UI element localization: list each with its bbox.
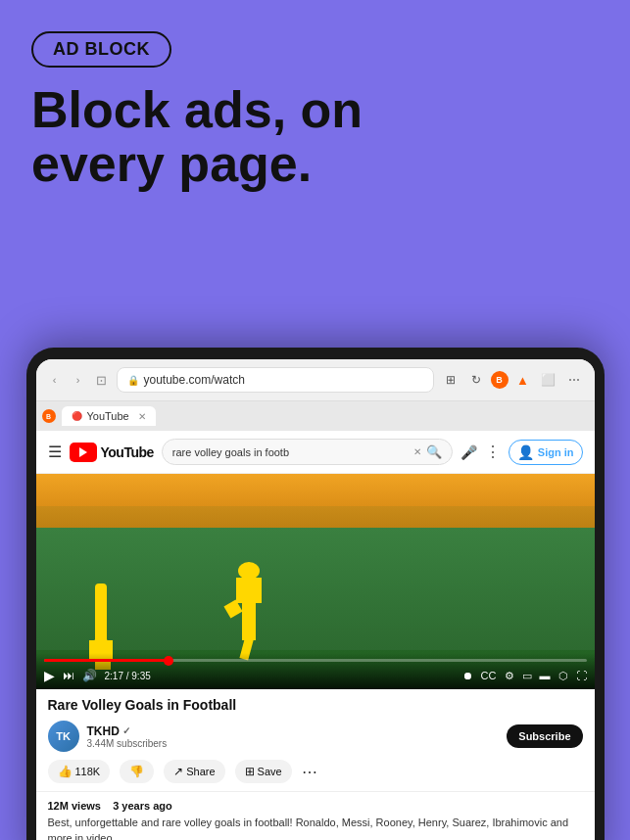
tab-close-icon[interactable]: ✕ bbox=[138, 411, 146, 422]
browser-topbar: ‹ › ⊡ 🔒 youtube.com/watch ⊞ ↻ B ▲ ⬜ ⋯ bbox=[36, 359, 595, 401]
subscriber-count: 3.44M subscribers bbox=[87, 738, 500, 749]
play-button[interactable]: ▶ bbox=[44, 668, 55, 683]
dislike-icon: 👎 bbox=[129, 765, 144, 778]
address-text: youtube.com/watch bbox=[144, 373, 245, 387]
refresh-icon[interactable]: ↻ bbox=[465, 369, 487, 391]
youtube-page: ☰ YouTube rare volley goals in footb ✕ 🔍… bbox=[36, 431, 595, 840]
airplay-btn[interactable]: ⬡ bbox=[558, 670, 568, 682]
dislike-button[interactable]: 👎 bbox=[120, 760, 154, 783]
like-count: 118K bbox=[75, 766, 101, 777]
next-button[interactable]: ⏭ bbox=[63, 669, 74, 682]
settings-btn[interactable]: ⚙ bbox=[505, 670, 514, 682]
save-button[interactable]: ⊞ Save bbox=[235, 760, 292, 783]
volume-button[interactable]: 🔊 bbox=[82, 669, 97, 682]
video-controls: ▶ ⏭ 🔊 2:17 / 9:35 ⏺ CC ⚙ ▭ ▬ ⬡ ⛶ bbox=[36, 653, 595, 689]
more-menu-icon[interactable]: ⋯ bbox=[563, 369, 585, 391]
progress-dot bbox=[164, 656, 173, 666]
yt-sign-in-button[interactable]: 👤 Sign in bbox=[509, 440, 583, 465]
tab-label: YouTube bbox=[87, 410, 129, 422]
ad-block-badge: AD BLOCK bbox=[31, 31, 171, 68]
verified-badge: ✓ bbox=[122, 725, 130, 736]
yt-account-icon: 👤 bbox=[517, 444, 534, 460]
more-actions-button[interactable]: ⋯ bbox=[302, 763, 317, 781]
like-button[interactable]: 👍 118K bbox=[48, 760, 111, 783]
theater-btn[interactable]: ▬ bbox=[540, 670, 551, 681]
tab-favicon: 🔴 bbox=[72, 411, 82, 421]
yt-more-icon[interactable]: ⋮ bbox=[485, 443, 501, 461]
device-frame: ‹ › ⊡ 🔒 youtube.com/watch ⊞ ↻ B ▲ ⬜ ⋯ B … bbox=[26, 348, 605, 840]
top-section: AD BLOCK Block ads, on every page. bbox=[0, 0, 630, 190]
action-buttons: 👍 118K 👎 ↗ Share ⊞ Save ⋯ bbox=[48, 760, 583, 783]
channel-name: TKHD ✓ bbox=[87, 724, 500, 738]
yt-header: ☰ YouTube rare volley goals in footb ✕ 🔍… bbox=[36, 431, 595, 474]
yt-search-icon[interactable]: 🔍 bbox=[426, 444, 442, 459]
headline-line2: every page. bbox=[31, 135, 312, 192]
nav-reload[interactable]: ⊡ bbox=[93, 371, 111, 389]
yt-logo-text: YouTube bbox=[101, 444, 154, 460]
ad-block-label: AD BLOCK bbox=[53, 39, 150, 60]
yt-logo[interactable]: YouTube bbox=[70, 443, 154, 462]
progress-fill bbox=[44, 659, 169, 662]
time-display: 2:17 / 9:35 bbox=[105, 671, 151, 681]
channel-info: TKHD ✓ 3.44M subscribers bbox=[87, 724, 500, 749]
channel-row: TK TKHD ✓ 3.44M subscribers Subscribe bbox=[48, 721, 583, 752]
desc-text: Best, unforgettable and rare volley goal… bbox=[48, 816, 583, 840]
share-label: Share bbox=[186, 766, 215, 777]
desc-meta: 12M views 3 years ago bbox=[48, 800, 583, 812]
headline-line1: Block ads, on bbox=[31, 81, 363, 138]
save-icon: ⊞ bbox=[245, 765, 255, 778]
browser-chrome: ‹ › ⊡ 🔒 youtube.com/watch ⊞ ↻ B ▲ ⬜ ⋯ B … bbox=[36, 359, 595, 840]
captions-btn[interactable]: CC bbox=[481, 670, 497, 681]
active-tab[interactable]: 🔴 YouTube ✕ bbox=[62, 406, 156, 426]
yt-menu-icon[interactable]: ☰ bbox=[48, 443, 62, 461]
tab-bar: B 🔴 YouTube ✕ bbox=[36, 401, 595, 431]
description-section: 12M views 3 years ago Best, unforgettabl… bbox=[36, 791, 595, 840]
share-button[interactable]: ↗ Share bbox=[164, 760, 224, 783]
like-icon: 👍 bbox=[58, 765, 73, 778]
subscribe-button[interactable]: Subscribe bbox=[507, 724, 582, 748]
yt-mic-icon[interactable]: 🎤 bbox=[460, 444, 477, 460]
yt-sign-in-label: Sign in bbox=[538, 446, 574, 458]
browser-actions: ⊞ ↻ B ▲ ⬜ ⋯ bbox=[440, 369, 585, 391]
progress-bar[interactable] bbox=[44, 659, 587, 662]
autoplay-btn[interactable]: ⏺ bbox=[462, 670, 473, 681]
nav-back[interactable]: ‹ bbox=[46, 371, 64, 389]
grid-icon[interactable]: ⊞ bbox=[440, 369, 461, 391]
miniplayer-btn[interactable]: ▭ bbox=[522, 670, 532, 682]
fullscreen-btn[interactable]: ⛶ bbox=[576, 670, 587, 681]
save-label: Save bbox=[258, 766, 282, 777]
video-title: Rare Volley Goals in Football bbox=[48, 697, 583, 713]
address-bar[interactable]: 🔒 youtube.com/watch bbox=[117, 367, 434, 393]
share-icon: ↗ bbox=[173, 765, 183, 778]
alert-icon[interactable]: ▲ bbox=[512, 369, 534, 391]
lock-icon: 🔒 bbox=[127, 375, 139, 386]
yt-logo-icon bbox=[70, 443, 97, 462]
brave-shield-icon[interactable]: B bbox=[491, 371, 509, 389]
video-info: Rare Volley Goals in Football TK TKHD ✓ … bbox=[36, 689, 595, 791]
nav-forward[interactable]: › bbox=[70, 371, 87, 389]
headline: Block ads, on every page. bbox=[31, 83, 599, 190]
controls-row: ▶ ⏭ 🔊 2:17 / 9:35 ⏺ CC ⚙ ▭ ▬ ⬡ ⛶ bbox=[44, 668, 587, 683]
channel-avatar[interactable]: TK bbox=[48, 721, 79, 752]
yt-search-text: rare volley goals in footb bbox=[172, 446, 409, 458]
brave-shield-tab-icon: B bbox=[42, 409, 56, 423]
video-player[interactable]: ▶ ⏭ 🔊 2:17 / 9:35 ⏺ CC ⚙ ▭ ▬ ⬡ ⛶ bbox=[36, 474, 595, 689]
yt-clear-icon[interactable]: ✕ bbox=[413, 446, 421, 457]
window-icon[interactable]: ⬜ bbox=[538, 369, 559, 391]
yt-search-bar[interactable]: rare volley goals in footb ✕ 🔍 bbox=[162, 439, 453, 465]
